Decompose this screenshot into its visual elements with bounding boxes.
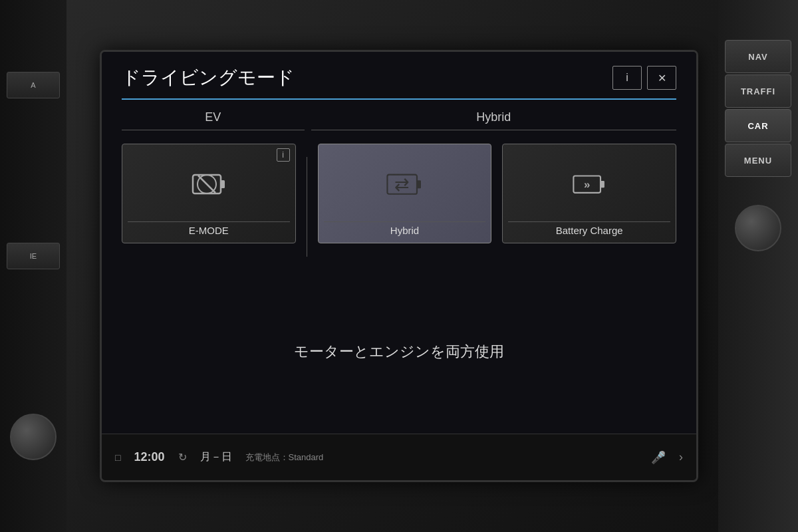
traffic-button[interactable]: TRAFFI: [725, 74, 791, 108]
left-btn-0[interactable]: A: [7, 72, 60, 98]
modal-action-buttons: i ✕: [612, 66, 676, 90]
square-icon: □: [115, 452, 120, 463]
svg-text:»: »: [584, 178, 590, 191]
svg-rect-8: [600, 181, 604, 188]
refresh-icon: ↻: [178, 451, 187, 464]
hybrid-button[interactable]: ⇄ Hybrid: [318, 144, 492, 243]
category-ev-label: EV: [122, 110, 305, 130]
emode-label: E-MODE: [128, 221, 290, 236]
hybrid-icon: ⇄: [385, 152, 425, 221]
mode-buttons-row: i E-MODE: [102, 130, 696, 270]
right-buttons-area: NAV TRAFFI CAR MENU: [718, 0, 798, 532]
battery-charge-icon: »: [571, 152, 608, 221]
battery-charge-label: Battery Charge: [508, 221, 670, 236]
close-button[interactable]: ✕: [647, 66, 676, 90]
category-header: EV Hybrid: [102, 110, 696, 130]
left-knob[interactable]: [10, 414, 57, 460]
description-area: モーターとエンジンを両方使用: [102, 270, 696, 434]
emode-button[interactable]: i E-MODE: [122, 144, 296, 243]
right-knob[interactable]: [735, 205, 781, 251]
nav-button[interactable]: NAV: [725, 40, 791, 73]
car-unit: A IE ドライビングモード i ✕: [0, 0, 798, 532]
info-button[interactable]: i: [612, 66, 642, 90]
status-date: 月－日: [200, 450, 232, 464]
driving-mode-modal: ドライビングモード i ✕ EV Hybrid: [102, 52, 696, 434]
menu-button[interactable]: MENU: [725, 144, 791, 177]
modal-header: ドライビングモード i ✕: [102, 52, 696, 90]
left-btn-1[interactable]: IE: [7, 243, 60, 269]
svg-text:⇄: ⇄: [394, 173, 410, 194]
category-hybrid-label: Hybrid: [311, 110, 676, 130]
emode-info-badge[interactable]: i: [277, 148, 290, 162]
screen-content: ドライビングモード i ✕ EV Hybrid: [102, 52, 696, 434]
svg-rect-5: [417, 180, 421, 188]
status-time: 12:00: [134, 450, 164, 464]
car-button[interactable]: CAR: [725, 109, 791, 142]
status-charge: 充電地点：Standard: [245, 452, 324, 464]
emode-icon: [189, 152, 229, 221]
svg-line-3: [198, 176, 215, 193]
main-screen: ドライビングモード i ✕ EV Hybrid: [100, 50, 698, 482]
svg-rect-1: [221, 180, 225, 188]
left-control-area: A IE: [0, 0, 66, 532]
status-bar: □ 12:00 ↻ 月－日 充電地点：Standard 🎤 ›: [102, 434, 696, 480]
modal-title: ドライビングモード: [122, 65, 295, 90]
battery-charge-button[interactable]: » Battery Charge: [502, 144, 676, 243]
mode-description: モーターとエンジンを両方使用: [294, 342, 504, 362]
mic-icon[interactable]: 🎤: [651, 450, 666, 465]
mode-separator: [307, 157, 307, 257]
forward-arrow[interactable]: ›: [679, 450, 683, 464]
hybrid-label: Hybrid: [324, 221, 486, 236]
header-divider: [122, 98, 676, 100]
